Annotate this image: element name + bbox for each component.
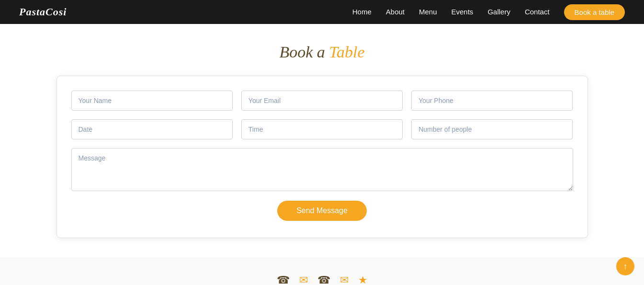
people-input[interactable] bbox=[411, 119, 573, 139]
nav-about[interactable]: About bbox=[386, 8, 405, 16]
footer-icon-2: ✉ bbox=[299, 274, 308, 285]
title-part2: Table bbox=[329, 43, 364, 61]
submit-wrap: Send Message bbox=[71, 201, 573, 221]
nav-menu[interactable]: Menu bbox=[419, 8, 437, 16]
phone-input[interactable] bbox=[411, 91, 573, 111]
booking-form-card: Send Message bbox=[56, 76, 588, 238]
send-message-button[interactable]: Send Message bbox=[277, 201, 367, 221]
footer-icon-4: ✉ bbox=[340, 274, 349, 285]
navbar: PastaCosi Home About Menu Events Gallery… bbox=[0, 0, 644, 24]
date-input[interactable] bbox=[71, 119, 233, 139]
time-input[interactable] bbox=[241, 119, 403, 139]
logo: PastaCosi bbox=[19, 6, 67, 18]
nav-events[interactable]: Events bbox=[452, 8, 474, 16]
nav-home[interactable]: Home bbox=[352, 8, 372, 16]
scroll-top-button[interactable]: ↑ bbox=[616, 257, 634, 275]
nav-links: Home About Menu Events Gallery Contact B… bbox=[352, 4, 625, 20]
footer-area: ☎ ✉ ☎ ✉ ★ bbox=[0, 257, 644, 285]
email-input[interactable] bbox=[241, 91, 403, 111]
nav-gallery[interactable]: Gallery bbox=[487, 8, 510, 16]
footer-icon-1: ☎ bbox=[277, 274, 290, 285]
name-input[interactable] bbox=[71, 91, 233, 111]
main-content: Book a Table Send Message bbox=[0, 24, 644, 257]
page-title: Book a Table bbox=[10, 43, 634, 61]
title-part1: Book a bbox=[279, 43, 329, 61]
nav-contact[interactable]: Contact bbox=[525, 8, 550, 16]
form-row-1 bbox=[71, 91, 573, 111]
form-row-2 bbox=[71, 119, 573, 139]
footer-icon-3: ☎ bbox=[317, 274, 330, 285]
footer-icon-5: ★ bbox=[358, 274, 368, 285]
book-table-button[interactable]: Book a table bbox=[564, 4, 625, 20]
message-textarea[interactable] bbox=[71, 148, 573, 191]
